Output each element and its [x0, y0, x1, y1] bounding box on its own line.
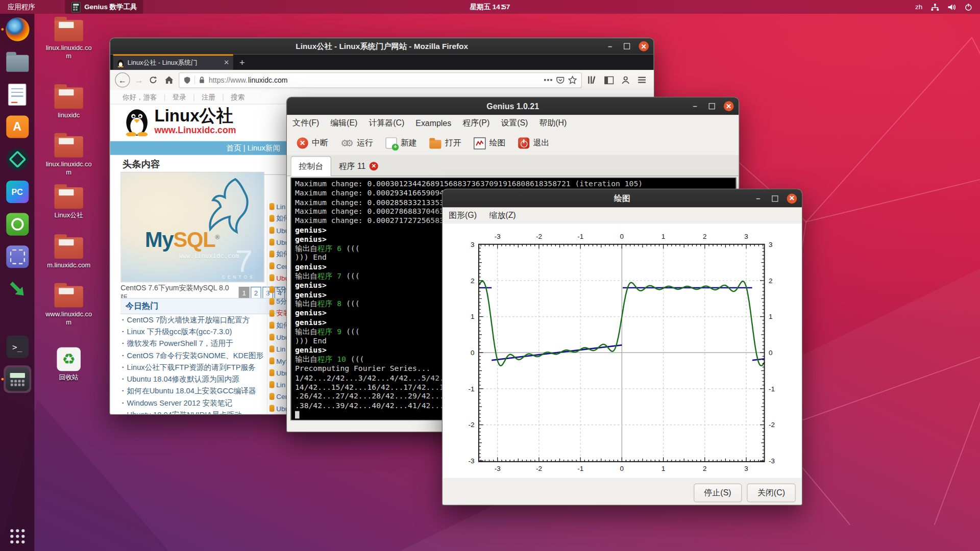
- browser-tab[interactable]: Linux公社 - Linux系统门 ✕: [113, 55, 233, 70]
- menu-设置(S)[interactable]: 设置(S): [495, 117, 533, 129]
- dolphin-icon: [190, 173, 256, 236]
- tick-label: 3: [744, 465, 748, 472]
- desktop-icon-2[interactable]: linux.linuxidc.com: [44, 136, 94, 176]
- button-关闭(C)[interactable]: 关闭(C): [747, 484, 796, 503]
- firefox-titlebar[interactable]: Linux公社 - Linux系统门户网站 - Mozilla Firefox …: [110, 38, 654, 55]
- back-button[interactable]: ←: [115, 72, 130, 87]
- toolbar-run-button[interactable]: ⚙⚙运行: [334, 134, 379, 153]
- bookmark-star-icon[interactable]: [568, 76, 577, 84]
- dock-item-android-studio[interactable]: [4, 145, 31, 173]
- user-bar-link[interactable]: 注册: [202, 92, 215, 102]
- close-button[interactable]: ✕: [787, 193, 797, 204]
- pagination-1[interactable]: 1: [239, 287, 250, 299]
- penguin-bullet-icon: [270, 227, 275, 233]
- page-actions-icon[interactable]: [544, 79, 552, 81]
- user-bar-link[interactable]: 搜索: [231, 92, 244, 102]
- news-link[interactable]: CentOS 7命令行安装GNOME、KDE图形: [120, 350, 289, 362]
- site-logo[interactable]: Linux公社 www.Linuxidc.com: [125, 106, 236, 136]
- clock[interactable]: 星期五 14∶57: [470, 2, 510, 11]
- menu-计算器(C)[interactable]: 计算器(C): [363, 117, 410, 129]
- toolbar-plot-button[interactable]: 绘图: [468, 134, 512, 153]
- penguin-bullet-icon: [270, 334, 275, 340]
- menu-Examples[interactable]: Examples: [410, 118, 457, 128]
- active-app-indicator[interactable]: Genius 数学工具: [65, 0, 143, 14]
- url-bar[interactable]: https://www.linuxidc.com: [179, 72, 582, 88]
- input-method-indicator[interactable]: zh: [915, 3, 922, 11]
- desktop-icon-5[interactable]: www.linuxidc.com: [44, 286, 94, 325]
- dock-item-screenshot[interactable]: [4, 243, 31, 270]
- toolbar-open-button[interactable]: 打开: [423, 134, 468, 153]
- desktop-icon-1[interactable]: linuxidc: [44, 87, 94, 119]
- dock-item-terminal[interactable]: >_: [4, 333, 31, 361]
- menu-编辑(E)[interactable]: 编辑(E): [325, 117, 363, 129]
- penguin-bullet-icon: [270, 357, 275, 364]
- user-bar-link[interactable]: 登录: [173, 92, 186, 102]
- tab-close-icon[interactable]: ✕: [370, 162, 378, 170]
- desktop-icon-4[interactable]: m.linuxidc.com: [44, 237, 94, 269]
- network-icon[interactable]: [930, 3, 939, 11]
- penguin-bullet-icon: [270, 369, 275, 376]
- news-link[interactable]: Linux公社下载FTP资源的请到FTP服务: [120, 362, 289, 374]
- applications-menu[interactable]: 应用程序: [0, 0, 42, 14]
- news-link[interactable]: Ubuntu 18.04修改默认源为国内源: [120, 374, 289, 386]
- tick-label: -1: [769, 385, 775, 393]
- pagination-2[interactable]: 2: [251, 287, 261, 299]
- show-applications-button[interactable]: [10, 529, 24, 543]
- news-link[interactable]: Ubuntu 18.04安装NVIDIA显卡驱动: [120, 410, 289, 414]
- desktop-icon-6[interactable]: ♻回收站: [44, 347, 94, 382]
- menu-图形(G)[interactable]: 图形(G): [443, 210, 483, 221]
- tab-程序 11[interactable]: 程序 11✕: [331, 157, 386, 176]
- volume-icon[interactable]: [947, 3, 956, 11]
- pocket-icon[interactable]: [556, 76, 565, 84]
- dock-item-green-arrow[interactable]: [4, 276, 31, 303]
- desktop-icon-3[interactable]: Linux公社: [44, 187, 94, 219]
- maximize-button[interactable]: [622, 41, 632, 52]
- menu-缩放(Z)[interactable]: 缩放(Z): [483, 210, 522, 221]
- reload-button[interactable]: [148, 76, 159, 84]
- minimize-button[interactable]: –: [690, 101, 700, 111]
- dock-item-files-folder[interactable]: [4, 48, 31, 76]
- genius-titlebar[interactable]: Genius 1.0.21 – ✕: [287, 97, 739, 115]
- power-icon[interactable]: [964, 3, 972, 11]
- news-link[interactable]: Windows Server 2012 安装笔记: [120, 398, 289, 410]
- tab-控制台[interactable]: 控制台: [290, 156, 331, 176]
- forward-button[interactable]: →: [134, 75, 143, 85]
- menu-程序(P)[interactable]: 程序(P): [457, 117, 495, 129]
- mysql-banner[interactable]: MySQL® www.linuxidc.com 7 CENTOS: [120, 172, 264, 283]
- dock: APC>_: [0, 14, 34, 551]
- dock-item-firefox[interactable]: [4, 16, 31, 43]
- dock-item-green-app[interactable]: [4, 211, 31, 238]
- new-document-icon: +: [385, 137, 397, 148]
- dock-item-pycharm[interactable]: PC: [4, 178, 31, 206]
- toolbar-quit-button[interactable]: 退出: [512, 134, 556, 153]
- sidebar-icon[interactable]: [604, 76, 614, 84]
- news-link[interactable]: 微软发布 PowerShell 7，适用于: [120, 339, 289, 350]
- toolbar-interrupt-button[interactable]: ✕中断: [290, 134, 334, 153]
- tab-close-icon[interactable]: ✕: [224, 59, 229, 67]
- dock-item-calculator[interactable]: [4, 365, 31, 393]
- news-link[interactable]: Linux 下升级gcc版本(gcc-7.3.0): [120, 327, 289, 338]
- toolbar-new-button[interactable]: +新建: [379, 134, 423, 153]
- files-folder-icon: [6, 55, 29, 72]
- menu-hamburger-icon[interactable]: [638, 76, 646, 84]
- new-tab-button[interactable]: +: [233, 55, 251, 70]
- button-停止(S)[interactable]: 停止(S): [694, 484, 742, 503]
- tracking-shield-icon[interactable]: [184, 76, 190, 84]
- desktop-icon-0[interactable]: linux.linuxidc.com: [44, 20, 94, 59]
- close-button[interactable]: ✕: [724, 101, 734, 111]
- maximize-button[interactable]: [770, 193, 780, 204]
- home-button[interactable]: [163, 76, 175, 84]
- plot-titlebar[interactable]: 绘图 – ✕: [443, 189, 802, 208]
- maximize-button[interactable]: [707, 101, 717, 111]
- dock-item-software-store[interactable]: A: [4, 113, 31, 141]
- minimize-button[interactable]: –: [605, 41, 615, 52]
- news-link[interactable]: CentOS 7防火墙快速开放端口配置方: [120, 315, 289, 327]
- menu-帮助(H)[interactable]: 帮助(H): [533, 117, 572, 129]
- account-icon[interactable]: [621, 76, 630, 84]
- dock-item-document[interactable]: [4, 81, 31, 108]
- library-icon[interactable]: [587, 76, 597, 84]
- menu-文件(F)[interactable]: 文件(F): [287, 117, 325, 129]
- close-button[interactable]: ✕: [639, 41, 649, 52]
- news-link[interactable]: 如何在Ubuntu 18.04上安装GCC编译器: [120, 386, 289, 398]
- minimize-button[interactable]: –: [753, 193, 764, 204]
